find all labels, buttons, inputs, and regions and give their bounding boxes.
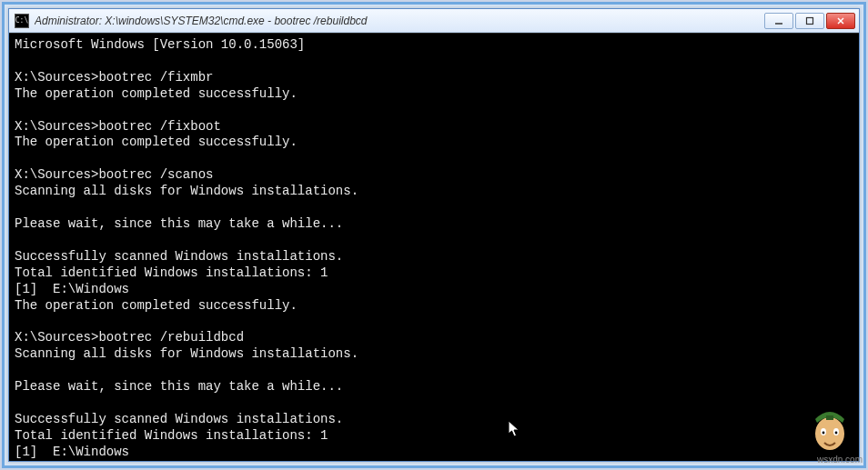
- console-line: [15, 395, 853, 412]
- console-line: Total identified Windows installations: …: [15, 265, 853, 282]
- console-output[interactable]: Microsoft Windows [Version 10.0.15063] X…: [9, 33, 859, 461]
- window-title: Administrator: X:\windows\SYSTEM32\cmd.e…: [35, 15, 764, 27]
- console-line: The operation completed successfully.: [15, 298, 853, 315]
- minimize-icon: [774, 16, 783, 25]
- maximize-icon: [805, 16, 814, 25]
- watermark: wsxdn.com: [817, 455, 863, 465]
- console-line: [15, 314, 853, 330]
- console-line: X:\Sources>bootrec /fixboot: [15, 119, 853, 135]
- close-icon: [836, 16, 845, 25]
- console-line: Successfully scanned Windows installatio…: [15, 412, 853, 428]
- console-line: The operation completed successfully.: [15, 86, 853, 103]
- console-line: Total identified Windows installations: …: [15, 428, 853, 445]
- console-line: Scanning all disks for Windows installat…: [15, 184, 853, 200]
- cmd-window: C:\ Administrator: X:\windows\SYSTEM32\c…: [8, 8, 860, 462]
- window-controls: [764, 13, 855, 29]
- console-line: X:\Sources>bootrec /fixmbr: [15, 70, 853, 86]
- console-line: Scanning all disks for Windows installat…: [15, 346, 853, 363]
- console-line: [15, 363, 853, 379]
- console-line: [15, 200, 853, 216]
- titlebar[interactable]: C:\ Administrator: X:\windows\SYSTEM32\c…: [9, 9, 859, 33]
- console-line: Microsoft Windows [Version 10.0.15063]: [15, 37, 853, 54]
- console-line: [15, 54, 853, 70]
- console-line: X:\Sources>bootrec /rebuildbcd: [15, 330, 853, 346]
- console-line: [1] E:\Windows: [15, 445, 853, 461]
- console-line: [1] E:\Windows: [15, 282, 853, 298]
- svg-rect-1: [807, 17, 813, 24]
- close-button[interactable]: [826, 13, 855, 29]
- cmd-icon: C:\: [15, 14, 29, 28]
- console-line: [15, 151, 853, 167]
- console-line: The operation completed successfully.: [15, 135, 853, 151]
- console-line: Successfully scanned Windows installatio…: [15, 249, 853, 265]
- minimize-button[interactable]: [764, 13, 793, 29]
- console-line: [15, 233, 853, 249]
- console-line: X:\Sources>bootrec /scanos: [15, 167, 853, 184]
- console-line: Please wait, since this may take a while…: [15, 379, 853, 395]
- console-line: Please wait, since this may take a while…: [15, 216, 853, 233]
- console-line: [15, 103, 853, 119]
- maximize-button[interactable]: [795, 13, 824, 29]
- outer-frame: C:\ Administrator: X:\windows\SYSTEM32\c…: [2, 2, 866, 468]
